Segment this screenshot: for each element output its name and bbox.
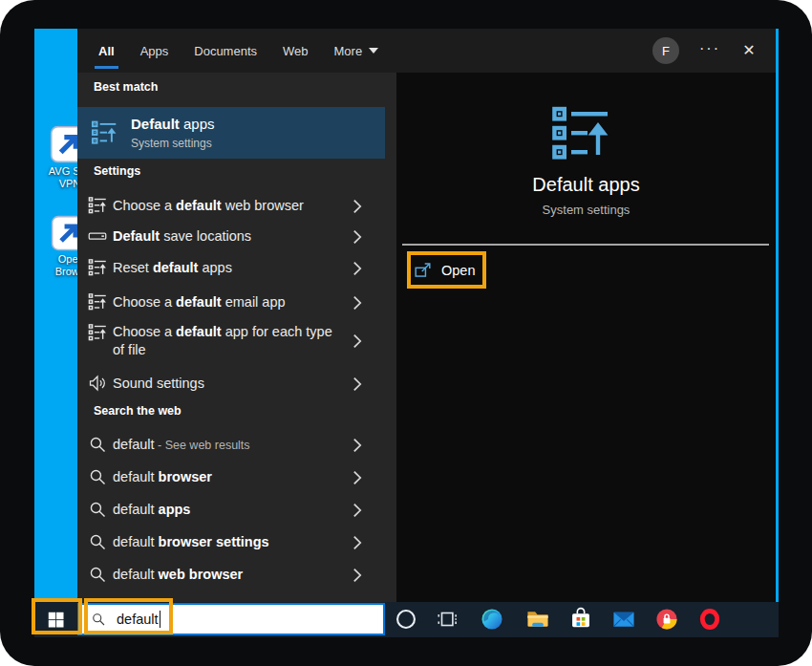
edge-icon[interactable] (480, 607, 504, 632)
result-item[interactable]: Choose a default web browser (77, 189, 385, 222)
search-icon (88, 467, 107, 486)
tab-label: More (334, 44, 363, 58)
open-action[interactable]: Open (407, 251, 486, 289)
screenshot-frame: AVG SecVPNOperBrows AllAppsDocumentsWebM… (0, 0, 812, 666)
store-icon[interactable] (568, 607, 593, 632)
chevron-right-icon (353, 535, 362, 550)
default-apps-icon (88, 292, 107, 312)
chevron-right-icon (353, 199, 362, 214)
avatar-letter: F (662, 44, 670, 58)
result-item-label: default - See web results (113, 428, 250, 461)
default-apps-icon (88, 196, 107, 215)
search-tabs-bar: AllAppsDocumentsWebMore F ··· ✕ (77, 29, 776, 73)
result-item-label: Choose a default email app (113, 286, 286, 318)
result-item-label: Choose a default app for each type of fi… (113, 323, 344, 359)
tab-web[interactable]: Web (283, 29, 309, 73)
avg-secure-browser-icon[interactable] (654, 607, 679, 632)
taskbar: default (34, 602, 779, 637)
tab-more[interactable]: More (334, 29, 379, 73)
preview-subtitle: System settings (396, 203, 776, 217)
result-item-label: Default save locations (113, 220, 251, 252)
taskbar-search-input[interactable]: default (77, 603, 385, 635)
text-cursor (160, 611, 161, 628)
file-explorer-icon[interactable] (525, 607, 550, 632)
result-item[interactable]: Choose a default email app (77, 286, 385, 318)
best-match-result[interactable]: Default apps System settings (77, 107, 385, 159)
result-item[interactable]: Sound settings (77, 367, 385, 399)
default-apps-icon (91, 119, 118, 146)
default-apps-icon (88, 258, 107, 277)
divider (402, 244, 769, 246)
chevron-right-icon (353, 376, 362, 392)
result-item-label: default browser settings (113, 526, 269, 558)
search-icon (88, 435, 107, 454)
open-label: Open (441, 263, 475, 278)
result-item-label: default web browser (113, 558, 243, 591)
more-options-icon[interactable]: ··· (696, 40, 723, 57)
mail-icon[interactable] (611, 607, 636, 632)
result-item-label: default apps (113, 493, 190, 526)
result-item-label: default browser (113, 461, 212, 493)
preview-title: Default apps (396, 174, 776, 196)
best-match-title: Default apps (131, 116, 215, 132)
search-flyout: AllAppsDocumentsWebMore F ··· ✕ Best mat… (77, 29, 776, 602)
search-text: default (117, 612, 159, 627)
result-item[interactable]: Choose a default app for each type of fi… (77, 316, 385, 366)
task-view-icon[interactable] (436, 607, 460, 632)
start-button[interactable] (34, 602, 77, 637)
chevron-right-icon (353, 295, 362, 311)
chevron-right-icon (353, 568, 362, 583)
tab-label: All (98, 44, 115, 58)
search-icon (88, 500, 107, 519)
result-item[interactable]: default browser settings (77, 526, 385, 558)
chevron-right-icon (353, 333, 362, 349)
tab-documents[interactable]: Documents (194, 29, 257, 73)
chevron-right-icon (353, 261, 362, 276)
tab-label: Web (283, 44, 309, 58)
result-item[interactable]: default browser (77, 461, 385, 493)
chevron-right-icon (353, 438, 362, 453)
result-item-label: Choose a default web browser (113, 189, 304, 222)
search-icon (88, 532, 107, 551)
result-item[interactable]: default apps (77, 493, 385, 526)
result-item[interactable]: default - See web results (77, 428, 385, 461)
chevron-right-icon (353, 229, 362, 245)
result-item-label: Reset default apps (113, 251, 232, 284)
default-apps-icon (550, 103, 611, 164)
section-header-search-the-web: Search the web (94, 404, 182, 418)
result-item[interactable]: Reset default apps (77, 251, 385, 284)
windows-logo-icon (47, 611, 65, 629)
preview-pane: Default apps System settings Open (396, 73, 776, 602)
cortana-icon[interactable] (394, 607, 418, 632)
search-filter-tabs: AllAppsDocumentsWebMore (98, 29, 378, 73)
drive-icon (88, 226, 107, 246)
best-match-header: Best match (94, 80, 158, 94)
result-item-label: Sound settings (113, 367, 204, 399)
result-item[interactable]: Default save locations (77, 220, 385, 252)
default-apps-icon (88, 323, 107, 342)
best-match-subtitle: System settings (131, 137, 212, 150)
tab-all[interactable]: All (98, 29, 115, 73)
search-results-pane: Best match Default apps System settings … (77, 73, 396, 602)
opera-icon[interactable] (697, 607, 722, 632)
search-icon (91, 612, 106, 627)
tab-label: Apps (140, 44, 169, 58)
search-icon (88, 565, 107, 584)
tab-apps[interactable]: Apps (140, 29, 169, 73)
annotated-screenshot: AVG SecVPNOperBrows AllAppsDocumentsWebM… (0, 0, 812, 666)
chevron-down-icon (369, 48, 378, 54)
result-item[interactable]: default web browser (77, 558, 385, 591)
section-header-settings: Settings (94, 164, 140, 178)
chevron-right-icon (353, 470, 362, 485)
open-external-icon (414, 261, 432, 279)
chevron-right-icon (353, 503, 362, 518)
close-icon[interactable]: ✕ (738, 41, 759, 59)
tab-label: Documents (194, 44, 257, 58)
speaker-icon (88, 374, 107, 393)
desktop: AVG SecVPNOperBrows AllAppsDocumentsWebM… (34, 29, 779, 637)
avatar[interactable]: F (652, 37, 679, 64)
